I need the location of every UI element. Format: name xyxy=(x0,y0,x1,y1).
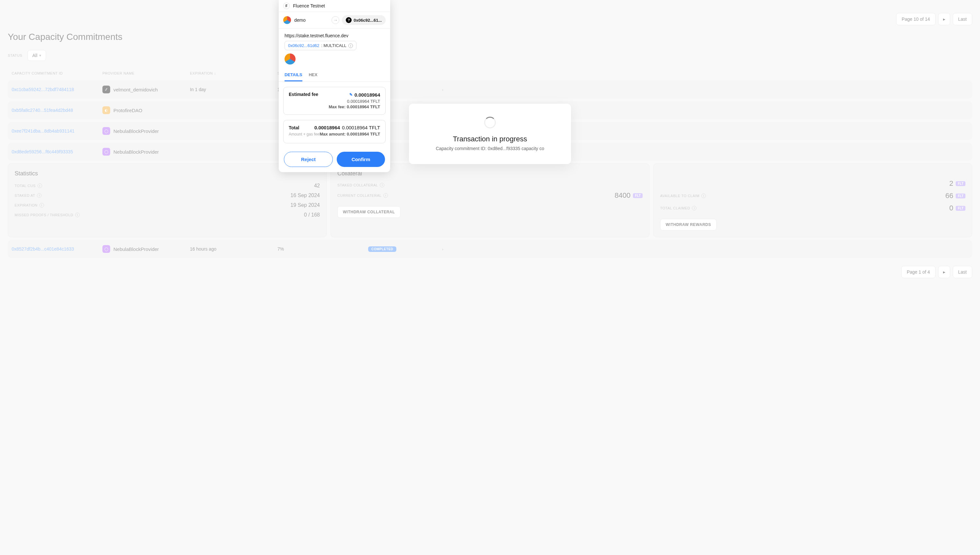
account-avatar-large-icon xyxy=(285,53,296,64)
max-amount: Max amount: 0.00018964 TFLT xyxy=(320,132,380,136)
account-avatar-icon xyxy=(283,16,291,24)
chevron-right-icon: › xyxy=(442,88,444,92)
network-name: Fluence Testnet xyxy=(293,3,325,8)
est-fee-label: Estimated fee xyxy=(289,92,318,97)
provider-icon: ◐ xyxy=(102,106,110,114)
cc-id-link[interactable]: 0xee7f241dba...8db4ab931141 xyxy=(12,128,102,133)
tab-details[interactable]: DETAILS xyxy=(285,69,303,81)
info-icon[interactable]: i xyxy=(38,183,42,188)
expiration-cell: In 1 day xyxy=(190,87,277,92)
chevron-right-icon: › xyxy=(442,108,444,113)
statistics-title: Statistics xyxy=(14,170,320,177)
info-icon[interactable]: i xyxy=(701,194,706,198)
reject-button[interactable]: Reject xyxy=(284,152,333,167)
info-icon[interactable]: i xyxy=(383,193,388,198)
contract-address: 0x06c92...61d62 xyxy=(288,43,319,48)
est-fee-value: 0.00018964 xyxy=(354,92,380,98)
flt-badge: FLT xyxy=(633,193,643,198)
table-row[interactable]: 0xb5fa8c2740...51fea4d2bd48 ◐ ProtofireD… xyxy=(8,101,972,119)
status-filter-label: STATUS xyxy=(8,53,22,58)
total-card: Total 0.00018964 0.00018964 TFLT Amount … xyxy=(283,120,386,143)
provider-icon: ◯ xyxy=(102,127,110,135)
amount-label: Amount + gas fee xyxy=(289,132,319,136)
rewards-panel: 2 FLT AVAILABLE TO CLAIMi 66 FLT TOTAL C… xyxy=(653,164,972,237)
table-row[interactable]: 0x8527df2b4b...c401e84c1633 ◯ NebulaBloc… xyxy=(8,240,972,258)
missed-value: 0 / 168 xyxy=(304,212,320,218)
provider-name: NebulaBlockProvider xyxy=(114,246,159,252)
cc-id-link[interactable]: 0x8527df2b4b...c401e84c1633 xyxy=(12,246,102,252)
edit-icon[interactable]: ✎ xyxy=(349,92,352,97)
wallet-origin-url: https://stake.testnet.fluence.dev xyxy=(279,29,390,41)
provider-name: ProtofireDAO xyxy=(114,107,142,113)
provider-icon: ◯ xyxy=(102,148,110,156)
total-sub: 0.00018964 TFLT xyxy=(342,125,380,130)
provider-icon: ◯ xyxy=(102,245,110,253)
st-cell: 7% xyxy=(277,246,368,252)
top-last-button[interactable]: Last xyxy=(953,13,972,25)
total-label: Total xyxy=(289,125,299,130)
th-id: CAPACITY COMMITMENT ID xyxy=(12,71,102,75)
top-page-indicator: Page 10 of 14 xyxy=(896,13,935,25)
max-fee: Max fee: 0.00018964 TFLT xyxy=(328,104,380,109)
address-pill[interactable]: ? 0x06c92...61... xyxy=(342,15,386,25)
flt-badge: FLT xyxy=(956,206,966,211)
chevron-right-icon: › xyxy=(442,247,444,252)
arrow-right-icon[interactable]: → xyxy=(331,16,339,24)
statistics-panel: Statistics TOTAL CUSi 42 STAKED ATi 16 S… xyxy=(8,164,327,237)
expiration-value: 19 Sep 2024 xyxy=(290,202,320,208)
table-row[interactable]: 0xee7f241dba...8db4ab931141 ◯ NebulaBloc… xyxy=(8,122,972,140)
bottom-page-indicator: Page 1 of 4 xyxy=(901,266,935,278)
status-filter-select[interactable]: All ▾ xyxy=(27,50,46,61)
expiration-cell: 16 hours ago xyxy=(190,246,277,252)
flt-badge: FLT xyxy=(956,194,966,198)
flt-badge: FLT xyxy=(956,181,966,186)
cc-id-link[interactable]: 0xd8ede59256...f6c449f93335 xyxy=(12,149,102,154)
reward-top-value: 2 FLT xyxy=(949,179,966,188)
status-badge: COMPLETED xyxy=(368,246,396,252)
sort-down-icon: ↓ xyxy=(214,71,216,75)
confirm-button[interactable]: Confirm xyxy=(337,152,385,167)
th-expiration[interactable]: EXPIRATION ↓ xyxy=(190,71,277,75)
contract-type: : MULTICALL xyxy=(321,43,346,48)
bottom-last-button[interactable]: Last xyxy=(953,266,972,278)
provider-name: NebulaBlockProvider xyxy=(114,149,159,155)
est-fee-sub: 0.00018964 TFLT xyxy=(289,99,380,104)
total-cus-value: 42 xyxy=(314,183,320,189)
top-next-button[interactable]: ▸ xyxy=(938,13,950,25)
provider-icon: ⁄⁄ xyxy=(102,86,110,93)
cc-id-link[interactable]: 0xb5fa8c2740...51fea4d2bd48 xyxy=(12,107,102,113)
total-bold: 0.00018964 xyxy=(314,125,340,130)
question-icon: ? xyxy=(346,17,352,23)
cc-id-link[interactable]: 0xc1cba59242...72bdf7484118 xyxy=(12,87,102,92)
withdraw-collateral-button[interactable]: WITHDRAW COLLATERAL xyxy=(337,206,400,218)
network-icon: F xyxy=(283,3,290,9)
chevron-down-icon: ▾ xyxy=(39,53,41,58)
available-claim-value: 66 FLT xyxy=(945,192,966,200)
tab-hex[interactable]: HEX xyxy=(309,69,318,81)
wallet-network-row[interactable]: F Fluence Testnet xyxy=(279,0,390,12)
current-collateral-value: 8400 FLT xyxy=(615,191,643,200)
table-row-expanded[interactable]: 0xd8ede59256...f6c449f93335 ◯ NebulaBloc… xyxy=(8,143,972,161)
info-icon[interactable]: i xyxy=(75,213,80,217)
total-claimed-value: 0 FLT xyxy=(949,204,966,212)
provider-name: NebulaBlockProvider xyxy=(114,128,159,134)
info-icon[interactable]: i xyxy=(380,183,384,188)
provider-name: velmont_demidovich xyxy=(114,87,158,92)
bottom-next-button[interactable]: ▸ xyxy=(938,266,950,278)
account-name: demo xyxy=(294,18,306,23)
chevron-down-icon: ⌄ xyxy=(440,150,444,154)
staked-at-value: 16 Sep 2024 xyxy=(290,192,320,198)
withdraw-rewards-button[interactable]: WITHDRAW REWARDS xyxy=(660,219,717,231)
table-header: CAPACITY COMMITMENT ID PROVIDER NAME EXP… xyxy=(8,71,972,80)
page-title: Your Capacity Commitments xyxy=(8,32,972,42)
info-icon[interactable]: i xyxy=(37,193,42,198)
info-icon[interactable]: i xyxy=(348,43,353,48)
info-icon[interactable]: i xyxy=(40,203,44,207)
estimated-fee-card: Estimated fee ✎ 0.00018964 0.00018964 TF… xyxy=(283,87,386,115)
th-provider: PROVIDER NAME xyxy=(102,71,190,75)
contract-pill[interactable]: 0x06c92...61d62 : MULTICALL i xyxy=(285,41,357,50)
status-filter-value: All xyxy=(32,53,38,58)
info-icon[interactable]: i xyxy=(692,206,697,210)
table-row[interactable]: 0xc1cba59242...72bdf7484118 ⁄⁄ velmont_d… xyxy=(8,80,972,99)
wallet-popup: F Fluence Testnet demo → ? 0x06c92...61.… xyxy=(279,0,390,172)
